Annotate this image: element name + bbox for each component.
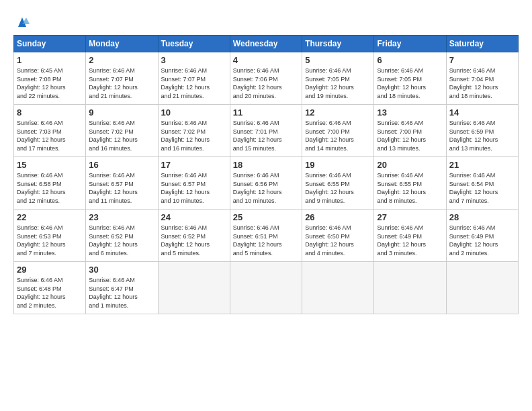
calendar-week-1: 1Sunrise: 6:45 AMSunset: 7:08 PMDaylight…: [14, 52, 519, 105]
calendar-cell: 10Sunrise: 6:46 AMSunset: 7:02 PMDayligh…: [158, 105, 230, 157]
calendar-cell: 2Sunrise: 6:46 AMSunset: 7:07 PMDaylight…: [86, 52, 158, 105]
calendar-cell: 20Sunrise: 6:46 AMSunset: 6:55 PMDayligh…: [374, 157, 446, 210]
day-info: Sunrise: 6:46 AMSunset: 7:01 PMDaylight:…: [233, 120, 282, 152]
day-number: 21: [449, 160, 515, 170]
day-info: Sunrise: 6:46 AMSunset: 6:47 PMDaylight:…: [89, 277, 138, 309]
calendar-cell: [374, 262, 446, 314]
day-info: Sunrise: 6:46 AMSunset: 7:02 PMDaylight:…: [89, 120, 138, 152]
calendar-cell: 8Sunrise: 6:46 AMSunset: 7:03 PMDaylight…: [14, 105, 86, 157]
day-number: 6: [377, 55, 443, 65]
weekday-header-monday: Monday: [86, 36, 158, 52]
calendar-cell: [446, 262, 518, 314]
calendar-cell: 16Sunrise: 6:46 AMSunset: 6:57 PMDayligh…: [86, 157, 158, 210]
calendar-cell: 12Sunrise: 6:46 AMSunset: 7:00 PMDayligh…: [302, 105, 374, 157]
day-info: Sunrise: 6:46 AMSunset: 6:52 PMDaylight:…: [89, 224, 138, 257]
weekday-header-sunday: Sunday: [14, 36, 86, 52]
day-number: 26: [305, 212, 371, 222]
day-number: 9: [89, 107, 154, 118]
day-info: Sunrise: 6:46 AMSunset: 6:50 PMDaylight:…: [305, 224, 354, 257]
day-number: 22: [17, 212, 83, 222]
calendar-cell: 15Sunrise: 6:46 AMSunset: 6:58 PMDayligh…: [14, 157, 86, 210]
day-info: Sunrise: 6:46 AMSunset: 7:02 PMDaylight:…: [161, 120, 210, 152]
calendar-cell: 26Sunrise: 6:46 AMSunset: 6:50 PMDayligh…: [302, 210, 374, 262]
weekday-header-saturday: Saturday: [446, 36, 518, 52]
day-number: 16: [89, 160, 154, 170]
day-number: 1: [17, 55, 83, 65]
calendar-cell: [158, 262, 230, 314]
calendar-cell: 4Sunrise: 6:46 AMSunset: 7:06 PMDaylight…: [230, 52, 302, 105]
day-number: 7: [449, 55, 515, 65]
day-number: 4: [233, 55, 299, 65]
calendar-cell: 14Sunrise: 6:46 AMSunset: 6:59 PMDayligh…: [446, 105, 518, 157]
calendar-table: SundayMondayTuesdayWednesdayThursdayFrid…: [13, 35, 519, 314]
calendar-cell: 24Sunrise: 6:46 AMSunset: 6:52 PMDayligh…: [158, 210, 230, 262]
day-number: 29: [17, 265, 83, 275]
logo-icon: [15, 15, 30, 30]
calendar-cell: 13Sunrise: 6:46 AMSunset: 7:00 PMDayligh…: [374, 105, 446, 157]
day-number: 17: [161, 160, 227, 170]
day-number: 2: [89, 55, 154, 65]
calendar-cell: 30Sunrise: 6:46 AMSunset: 6:47 PMDayligh…: [86, 262, 158, 314]
calendar-week-2: 8Sunrise: 6:46 AMSunset: 7:03 PMDaylight…: [14, 105, 519, 157]
day-number: 5: [305, 55, 371, 65]
calendar-cell: 29Sunrise: 6:46 AMSunset: 6:48 PMDayligh…: [14, 262, 86, 314]
day-number: 27: [377, 212, 443, 222]
day-info: Sunrise: 6:46 AMSunset: 7:06 PMDaylight:…: [233, 67, 282, 99]
day-info: Sunrise: 6:46 AMSunset: 7:04 PMDaylight:…: [449, 67, 498, 99]
day-info: Sunrise: 6:46 AMSunset: 6:51 PMDaylight:…: [233, 224, 282, 257]
weekday-header-thursday: Thursday: [302, 36, 374, 52]
page: SundayMondayTuesdayWednesdayThursdayFrid…: [0, 0, 532, 411]
calendar-week-5: 29Sunrise: 6:46 AMSunset: 6:48 PMDayligh…: [14, 262, 519, 314]
day-number: 8: [17, 107, 83, 118]
calendar-week-4: 22Sunrise: 6:46 AMSunset: 6:53 PMDayligh…: [14, 210, 519, 262]
calendar-cell: 19Sunrise: 6:46 AMSunset: 6:55 PMDayligh…: [302, 157, 374, 210]
day-number: 25: [233, 212, 299, 222]
calendar-cell: 9Sunrise: 6:46 AMSunset: 7:02 PMDaylight…: [86, 105, 158, 157]
day-info: Sunrise: 6:46 AMSunset: 6:59 PMDaylight:…: [449, 120, 498, 152]
calendar-week-3: 15Sunrise: 6:46 AMSunset: 6:58 PMDayligh…: [14, 157, 519, 210]
day-info: Sunrise: 6:46 AMSunset: 7:00 PMDaylight:…: [305, 120, 354, 152]
day-number: 30: [89, 265, 154, 275]
day-info: Sunrise: 6:46 AMSunset: 6:54 PMDaylight:…: [449, 172, 498, 204]
day-info: Sunrise: 6:46 AMSunset: 6:55 PMDaylight:…: [377, 172, 426, 204]
calendar-cell: 7Sunrise: 6:46 AMSunset: 7:04 PMDaylight…: [446, 52, 518, 105]
calendar-cell: 28Sunrise: 6:46 AMSunset: 6:49 PMDayligh…: [446, 210, 518, 262]
day-info: Sunrise: 6:46 AMSunset: 7:07 PMDaylight:…: [89, 67, 138, 99]
day-number: 10: [161, 107, 227, 118]
calendar-cell: 11Sunrise: 6:46 AMSunset: 7:01 PMDayligh…: [230, 105, 302, 157]
day-number: 13: [377, 107, 443, 118]
calendar-cell: 22Sunrise: 6:46 AMSunset: 6:53 PMDayligh…: [14, 210, 86, 262]
day-info: Sunrise: 6:45 AMSunset: 7:08 PMDaylight:…: [17, 67, 66, 99]
day-number: 15: [17, 160, 83, 170]
day-info: Sunrise: 6:46 AMSunset: 6:57 PMDaylight:…: [161, 172, 210, 204]
day-info: Sunrise: 6:46 AMSunset: 6:57 PMDaylight:…: [89, 172, 138, 204]
day-info: Sunrise: 6:46 AMSunset: 6:56 PMDaylight:…: [233, 172, 282, 204]
weekday-header-tuesday: Tuesday: [158, 36, 230, 52]
day-number: 14: [449, 107, 515, 118]
calendar-cell: 23Sunrise: 6:46 AMSunset: 6:52 PMDayligh…: [86, 210, 158, 262]
day-info: Sunrise: 6:46 AMSunset: 6:49 PMDaylight:…: [377, 224, 426, 257]
calendar-cell: 17Sunrise: 6:46 AMSunset: 6:57 PMDayligh…: [158, 157, 230, 210]
day-info: Sunrise: 6:46 AMSunset: 7:05 PMDaylight:…: [305, 67, 354, 99]
calendar-cell: 25Sunrise: 6:46 AMSunset: 6:51 PMDayligh…: [230, 210, 302, 262]
day-number: 23: [89, 212, 154, 222]
calendar-cell: 18Sunrise: 6:46 AMSunset: 6:56 PMDayligh…: [230, 157, 302, 210]
day-number: 11: [233, 107, 299, 118]
calendar-cell: 6Sunrise: 6:46 AMSunset: 7:05 PMDaylight…: [374, 52, 446, 105]
day-info: Sunrise: 6:46 AMSunset: 6:53 PMDaylight:…: [17, 224, 66, 257]
day-info: Sunrise: 6:46 AMSunset: 7:03 PMDaylight:…: [17, 120, 66, 152]
day-number: 20: [377, 160, 443, 170]
day-number: 18: [233, 160, 299, 170]
weekday-header-row: SundayMondayTuesdayWednesdayThursdayFrid…: [14, 36, 519, 52]
day-info: Sunrise: 6:46 AMSunset: 6:55 PMDaylight:…: [305, 172, 354, 204]
weekday-header-wednesday: Wednesday: [230, 36, 302, 52]
calendar-cell: [302, 262, 374, 314]
calendar-cell: 1Sunrise: 6:45 AMSunset: 7:08 PMDaylight…: [14, 52, 86, 105]
calendar-cell: 5Sunrise: 6:46 AMSunset: 7:05 PMDaylight…: [302, 52, 374, 105]
day-info: Sunrise: 6:46 AMSunset: 6:49 PMDaylight:…: [449, 224, 498, 257]
calendar-cell: 27Sunrise: 6:46 AMSunset: 6:49 PMDayligh…: [374, 210, 446, 262]
header: [13, 12, 519, 30]
calendar-cell: 3Sunrise: 6:46 AMSunset: 7:07 PMDaylight…: [158, 52, 230, 105]
day-info: Sunrise: 6:46 AMSunset: 6:52 PMDaylight:…: [161, 224, 210, 257]
weekday-header-friday: Friday: [374, 36, 446, 52]
